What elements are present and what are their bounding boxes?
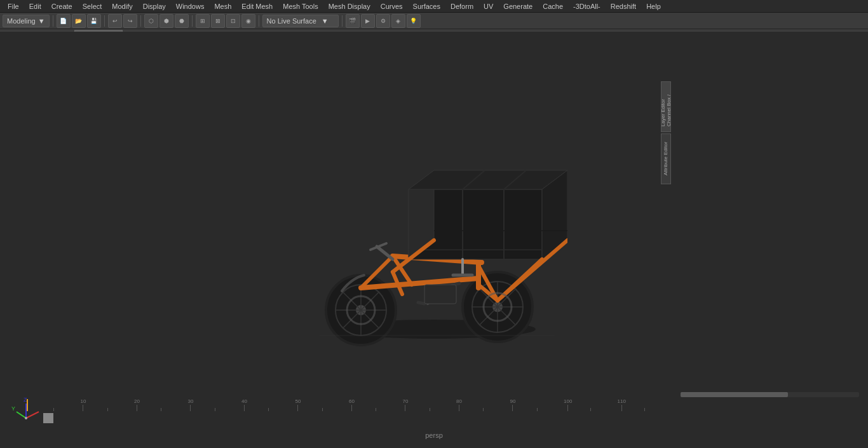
menu-display[interactable]: Display <box>138 1 171 11</box>
render-settings-btn[interactable]: ⚙ <box>376 14 390 28</box>
menu-redshift[interactable]: Redshift <box>606 1 641 11</box>
svg-text:Z: Z <box>27 397 27 398</box>
menu-edit[interactable]: Edit <box>24 1 46 11</box>
tick-5 <box>53 407 54 411</box>
menu-modify[interactable]: Modify <box>107 1 137 11</box>
menu-cache[interactable]: Cache <box>538 1 568 11</box>
menu-bar: File Edit Create Select Modify Display W… <box>0 0 868 13</box>
tick-50: 50 <box>295 399 301 411</box>
scroll-thumb[interactable] <box>681 392 788 397</box>
app: File Edit Create Select Modify Display W… <box>0 0 868 448</box>
menu-mesh[interactable]: Mesh <box>209 1 236 11</box>
toolbar-separator-3 <box>140 15 141 27</box>
mode-label: Modeling <box>7 17 36 25</box>
toolbar-separator-5 <box>259 15 259 27</box>
live-surface-arrow: ▼ <box>322 17 329 25</box>
tick-25 <box>161 407 161 411</box>
current-frame-indicator <box>27 399 28 411</box>
render-seq-btn[interactable]: ▶ <box>361 14 375 28</box>
snap-grid-btn[interactable]: ⊞ <box>196 14 210 28</box>
tick-30: 30 <box>188 399 194 411</box>
snap-curve-btn[interactable]: ⊠ <box>211 14 225 28</box>
svg-rect-49 <box>424 285 456 304</box>
scroll-track[interactable] <box>681 392 859 397</box>
menu-surfaces[interactable]: Surfaces <box>408 1 445 11</box>
viewport-canvas[interactable]: X Y Z persp <box>27 65 671 398</box>
light-editor-btn[interactable]: 💡 <box>407 14 421 28</box>
tick-10: 10 <box>81 399 86 411</box>
tick-80: 80 <box>456 399 462 411</box>
tick-15 <box>107 407 108 411</box>
snap-point-btn[interactable]: ⊡ <box>226 14 240 28</box>
tick-75 <box>430 407 430 411</box>
viewport-wrapper: View Shading Lighting Show Renderer Pane… <box>27 65 671 398</box>
timeline-ruler[interactable]: 102030405060708090100110120 <box>27 399 671 411</box>
tick-55 <box>322 407 323 411</box>
toolbar-separator-2 <box>104 15 105 27</box>
open-scene-btn[interactable]: 📂 <box>72 14 86 28</box>
mode-dropdown-arrow: ▼ <box>38 17 45 25</box>
snap-view-btn[interactable]: ◉ <box>241 14 255 28</box>
menu-help[interactable]: Help <box>641 1 666 11</box>
menu-windows[interactable]: Windows <box>171 1 210 11</box>
tick-20: 20 <box>134 399 140 411</box>
tick-65 <box>376 407 376 411</box>
save-scene-btn[interactable]: 💾 <box>87 14 101 28</box>
tick-115 <box>644 407 645 411</box>
tick-35 <box>215 407 215 411</box>
svg-line-47 <box>418 302 424 304</box>
tick-95 <box>537 407 538 411</box>
tick-45 <box>268 407 269 411</box>
menu-mesh-display[interactable]: Mesh Display <box>323 1 376 11</box>
live-surface-label: No Live Surface <box>267 17 316 25</box>
tick-60: 60 <box>349 399 355 411</box>
select-tool-btn[interactable]: ⬡ <box>144 14 158 28</box>
tick-110: 110 <box>618 399 626 411</box>
paint-tool-btn[interactable]: ⬣ <box>175 14 189 28</box>
tick-90: 90 <box>510 399 516 411</box>
bike-3d-view <box>301 132 567 348</box>
menu-edit-mesh[interactable]: Edit Mesh <box>236 1 278 11</box>
tick-70: 70 <box>403 399 409 411</box>
lasso-tool-btn[interactable]: ⬢ <box>159 14 173 28</box>
mode-dropdown[interactable]: Modeling ▼ <box>3 15 50 27</box>
new-scene-btn[interactable]: 📄 <box>57 14 71 28</box>
axis-indicator: X Y Z <box>27 396 42 398</box>
hypershade-btn[interactable]: ◈ <box>391 14 405 28</box>
tick-100: 100 <box>564 399 572 411</box>
menu-deform[interactable]: Deform <box>445 1 478 11</box>
toolbar-separator-1 <box>53 15 53 27</box>
undo-btn[interactable]: ↩ <box>108 14 122 28</box>
content-area: ✏ ⊡ ◎ ⊕ ⊞ ⊟ ⬡ ⬢ View Shading Lighting Sh… <box>0 65 868 398</box>
tick-85 <box>483 407 484 411</box>
redo-btn[interactable]: ↪ <box>123 14 137 28</box>
tick-40: 40 <box>241 399 247 411</box>
attr-editor-vtab[interactable]: Attribute Editor <box>661 133 671 184</box>
menu-mesh-tools[interactable]: Mesh Tools <box>278 1 323 11</box>
menu-curves[interactable]: Curves <box>376 1 408 11</box>
main-toolbar: Modeling ▼ 📄 📂 💾 ↩ ↪ ⬡ ⬢ ⬣ ⊞ ⊠ ⊡ ◉ No Li… <box>0 13 868 29</box>
vertical-tabs-container: Channel Box / Layer Editor Attribute Edi… <box>661 81 671 184</box>
live-surface-dropdown[interactable]: No Live Surface ▼ <box>262 15 339 27</box>
svg-marker-27 <box>409 170 567 189</box>
menu-file[interactable]: File <box>3 1 24 11</box>
menu-generate[interactable]: Generate <box>498 1 538 11</box>
tick-105 <box>590 407 591 411</box>
toolbar-separator-4 <box>192 15 193 27</box>
frame-slider-handle[interactable] <box>43 413 53 423</box>
menu-uv[interactable]: UV <box>478 1 498 11</box>
render-btn[interactable]: 🎬 <box>346 14 360 28</box>
toolbar-separator-6 <box>342 15 342 27</box>
menu-select[interactable]: Select <box>78 1 107 11</box>
channel-box-vtab[interactable]: Channel Box / Layer Editor <box>661 81 671 132</box>
menu-3dto-all[interactable]: -3DtoAll- <box>568 1 606 11</box>
menu-create[interactable]: Create <box>46 1 78 11</box>
svg-line-40 <box>377 247 393 259</box>
